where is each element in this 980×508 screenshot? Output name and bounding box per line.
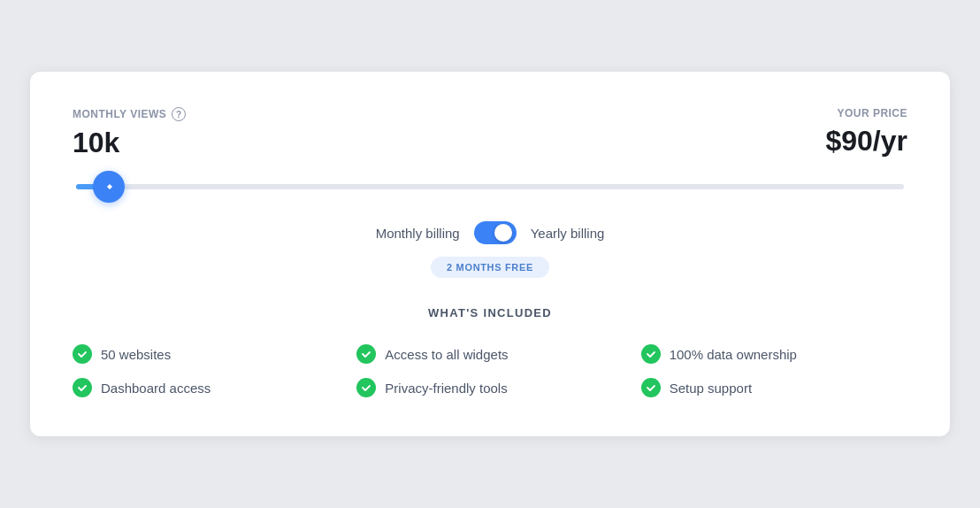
check-icon-1 — [356, 344, 376, 364]
monthly-views-value: 10k — [73, 127, 186, 159]
views-slider-container — [73, 184, 907, 189]
slider-track — [76, 184, 904, 189]
monthly-billing-label: Monthly billing — [376, 226, 460, 241]
price-label: YOUR PRICE — [825, 107, 907, 119]
billing-toggle[interactable] — [474, 221, 517, 244]
feature-item-3: Dashboard access — [73, 378, 339, 397]
feature-item-4: Privacy-friendly tools — [356, 378, 623, 397]
yearly-billing-label: Yearly billing — [531, 226, 605, 241]
pricing-card: MONTHLY VIEWS ? 10k YOUR PRICE $90/yr — [30, 72, 950, 436]
feature-text-3: Dashboard access — [101, 381, 211, 396]
feature-text-5: Setup support — [670, 381, 752, 396]
features-grid: 50 websites Access to all widgets 100% d… — [73, 344, 907, 397]
whats-included-title: WHAT'S INCLUDED — [73, 306, 907, 319]
feature-text-0: 50 websites — [101, 347, 171, 362]
billing-row: Monthly billing Yearly billing — [73, 221, 907, 244]
monthly-views-label: MONTHLY VIEWS ? — [73, 107, 186, 121]
feature-item-1: Access to all widgets — [356, 344, 623, 364]
feature-item-2: 100% data ownership — [641, 344, 907, 364]
help-icon[interactable]: ? — [172, 107, 186, 121]
feature-item-0: 50 websites — [73, 344, 339, 364]
check-icon-2 — [641, 344, 661, 364]
feature-text-4: Privacy-friendly tools — [385, 381, 507, 396]
price-section: YOUR PRICE $90/yr — [825, 107, 907, 158]
feature-text-1: Access to all widgets — [385, 347, 508, 362]
slider-thumb[interactable] — [93, 171, 125, 203]
monthly-views-section: MONTHLY VIEWS ? 10k — [73, 107, 186, 159]
header-row: MONTHLY VIEWS ? 10k YOUR PRICE $90/yr — [73, 107, 907, 159]
feature-text-2: 100% data ownership — [670, 347, 797, 362]
toggle-track — [474, 221, 517, 244]
feature-item-5: Setup support — [641, 378, 907, 397]
free-badge: 2 MONTHS FREE — [431, 257, 549, 278]
check-icon-4 — [356, 378, 376, 397]
free-badge-row: 2 MONTHS FREE — [73, 257, 907, 278]
check-icon-0 — [73, 344, 92, 364]
toggle-thumb — [494, 224, 512, 242]
check-icon-3 — [73, 378, 92, 397]
check-icon-5 — [641, 378, 661, 397]
slider-arrows — [103, 181, 115, 193]
price-value: $90/yr — [825, 125, 907, 158]
